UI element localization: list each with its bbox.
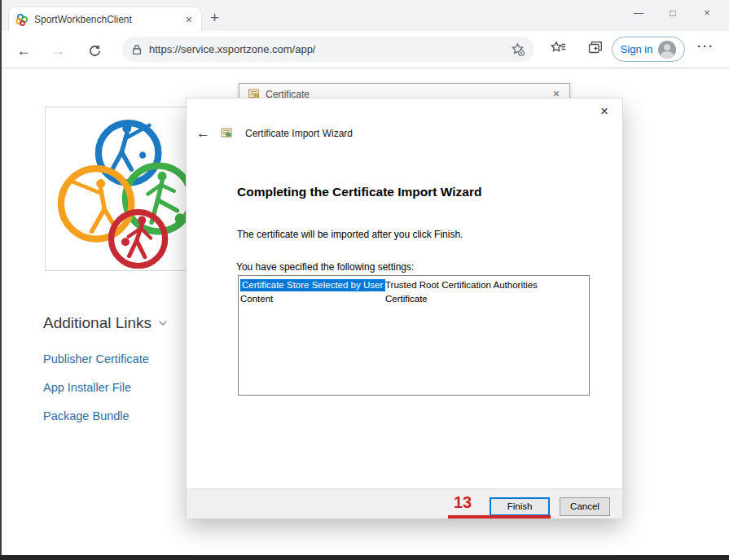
browser-toolbar: ← → https://service.xsportzone.com/app/ [0,31,729,68]
more-menu-icon[interactable]: ··· [697,39,714,53]
tab-close-icon[interactable]: × [183,13,195,26]
back-button[interactable]: ← [13,40,34,61]
additional-links-heading: Additional Links [43,314,168,332]
refresh-icon[interactable] [84,40,105,61]
avatar [658,41,676,59]
tab-title: SportWorkbenchClient [34,14,183,25]
tab-bar: SportWorkbenchClient × + — □ × [0,0,729,31]
wizard-icon [221,128,234,140]
settings-row[interactable]: Certificate Store Selected by User Trust… [239,278,589,291]
window-bottom-edge [0,555,729,560]
wizard-intro-text: The certificate will be imported after y… [237,229,463,240]
settings-listbox[interactable]: Certificate Store Selected by User Trust… [238,275,590,396]
certificate-icon [248,88,259,98]
wizard-footer: 13 Finish Cancel [187,488,622,518]
settings-row[interactable]: Content Certificate [239,291,589,305]
favorites-icon[interactable] [551,41,566,55]
sign-in-button[interactable]: Sign in [612,37,685,62]
certificate-import-wizard-dialog: × ← Certificate Import Wizard Completing… [186,98,623,518]
window-minimize-button[interactable]: — [621,2,656,24]
setting-value: Certificate [385,294,589,304]
finish-button[interactable]: Finish [490,497,550,516]
annotation-underline [448,515,551,518]
browser-window: SportWorkbenchClient × + — □ × ← → [0,0,729,560]
window-controls: — □ × [621,2,724,24]
add-favorite-icon[interactable] [511,42,525,56]
wizard-header: ← Certificate Import Wizard [196,125,353,142]
window-close-button[interactable]: × [690,2,724,24]
setting-name-selected: Certificate Store Selected by User [240,279,385,291]
wizard-back-icon[interactable]: ← [196,125,213,142]
collections-icon[interactable] [588,41,603,55]
url-text[interactable]: https://service.xsportzone.com/app/ [149,43,506,55]
link-app-installer-file[interactable]: App Installer File [43,381,131,394]
window-maximize-button[interactable]: □ [656,2,690,24]
forward-button: → [47,40,68,61]
new-tab-button[interactable]: + [210,8,219,28]
site-favicon-icon [15,13,29,26]
window-left-edge [0,0,2,560]
link-package-bundle[interactable]: Package Bundle [43,409,130,422]
browser-tab[interactable]: SportWorkbenchClient × [8,7,202,31]
wizard-close-icon[interactable]: × [595,102,614,121]
additional-links-label: Additional Links [43,314,152,332]
address-bar[interactable]: https://service.xsportzone.com/app/ [122,37,534,62]
cancel-button[interactable]: Cancel [560,497,610,516]
link-publisher-certificate[interactable]: Publisher Certificate [43,352,149,365]
setting-value: Trusted Root Certification Authorities [385,280,589,290]
setting-name: Content [239,294,385,304]
sports-logo-image [45,107,196,271]
settings-label: You have specified the following setting… [236,261,414,273]
annotation-step-number: 13 [454,493,472,512]
chevron-down-icon[interactable] [158,320,168,326]
certificate-dialog-close-icon[interactable]: × [553,87,560,98]
lock-icon [132,44,142,55]
certificate-dialog-title: Certificate [266,89,310,98]
certificate-dialog-titlebar: Certificate × [239,83,570,98]
sign-in-label: Sign in [621,43,653,55]
wizard-heading: Completing the Certificate Import Wizard [237,185,481,199]
wizard-title: Certificate Import Wizard [245,128,353,139]
